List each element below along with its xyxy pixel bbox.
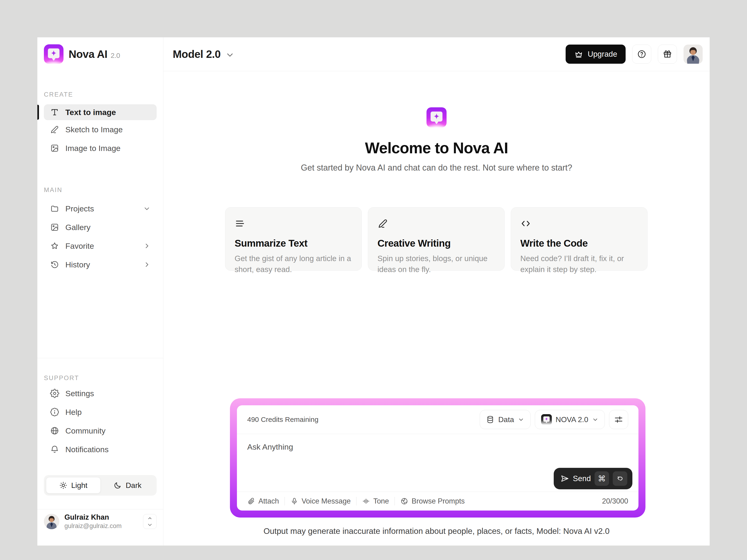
code-icon	[520, 218, 531, 229]
pencil-icon	[50, 125, 59, 134]
voice-message-button[interactable]: Voice Message	[290, 497, 351, 505]
mic-icon	[290, 497, 298, 505]
nova-ai-logo-icon	[44, 44, 63, 64]
prompt-input-area[interactable]: Ask Anything Send ⌘	[237, 434, 639, 492]
sidebar-item-help[interactable]: Help	[44, 403, 157, 421]
command-key-badge: ⌘	[595, 471, 609, 486]
model-selector[interactable]: Model 2.0	[173, 48, 235, 60]
sidebar-item-label: Notifications	[66, 445, 108, 454]
chevron-down-icon	[592, 416, 598, 423]
card-description: Spin up stories, blogs, or unique ideas …	[378, 253, 495, 275]
theme-light-button[interactable]: Light	[46, 477, 101, 494]
prompt-composer: 490 Credits Remaining Data NOVA 2.0	[230, 398, 645, 517]
sidebar-item-settings[interactable]: Settings	[44, 384, 157, 403]
gift-button[interactable]	[658, 45, 677, 64]
sidebar-item-image-to-image[interactable]: Image to Image	[44, 139, 157, 158]
avatar[interactable]	[684, 45, 703, 64]
app-name: Nova AI	[69, 48, 107, 60]
user-meta: Gulraiz Khan gulraiz@gulraiz.com	[65, 513, 122, 530]
sidebar-item-sketch-to-image[interactable]: Sketch to Image	[44, 120, 157, 139]
lines-icon	[235, 218, 246, 229]
info-badge-icon	[50, 407, 59, 417]
upgrade-button[interactable]: Upgrade	[566, 45, 626, 64]
image-icon	[50, 222, 59, 232]
waveform-icon	[362, 497, 370, 505]
desktop-background: Nova AI 2.0 CREATE Text to image Sketch …	[0, 0, 747, 560]
welcome-subtitle: Get started by Nova AI and chat can do t…	[301, 163, 572, 173]
sliders-icon	[614, 415, 623, 424]
data-selector[interactable]: Data	[480, 410, 531, 429]
return-key-badge	[613, 471, 627, 486]
paperclip-icon	[247, 497, 255, 505]
sidebar-item-label: History	[66, 260, 90, 269]
model-version-selector[interactable]: NOVA 2.0	[535, 410, 605, 429]
user-name: Gulraiz Khan	[65, 513, 122, 522]
folder-icon	[50, 204, 59, 213]
section-label-main: MAIN	[44, 186, 157, 194]
pencil-icon	[378, 218, 388, 229]
sidebar-support-nav: SUPPORT Settings Help Community Notifica…	[37, 358, 163, 459]
sidebar-item-label: Settings	[66, 389, 94, 398]
sidebar-nav: CREATE Text to image Sketch to Image Ima…	[37, 64, 163, 274]
user-profile[interactable]: Gulraiz Khan gulraiz@gulraiz.com	[37, 509, 163, 530]
main-area: Model 2.0 Upgrade	[163, 37, 710, 545]
card-description: Need code? I’ll draft it, fix it, or exp…	[520, 253, 638, 275]
output-disclaimer: Output may generate inaccurate informati…	[163, 526, 710, 536]
image-icon	[50, 143, 59, 153]
help-button[interactable]	[632, 45, 651, 64]
user-account-switcher[interactable]	[143, 514, 157, 529]
chevron-right-icon[interactable]	[143, 242, 151, 250]
sidebar-item-label: Sketch to Image	[66, 125, 123, 134]
action-label: Attach	[258, 497, 279, 505]
card-title: Creative Writing	[378, 238, 495, 249]
attach-button[interactable]: Attach	[247, 497, 279, 505]
history-icon	[50, 260, 59, 269]
sidebar-item-text-to-image[interactable]: Text to image	[44, 104, 157, 120]
bell-icon	[50, 445, 59, 454]
app-title: Nova AI 2.0	[69, 48, 120, 60]
card-creative-writing[interactable]: Creative Writing Spin up stories, blogs,…	[368, 207, 505, 271]
tone-button[interactable]: Tone	[362, 497, 389, 505]
upgrade-label: Upgrade	[588, 50, 617, 59]
section-label-support: SUPPORT	[44, 374, 157, 382]
theme-light-label: Light	[71, 481, 87, 490]
sidebar: Nova AI 2.0 CREATE Text to image Sketch …	[37, 37, 163, 545]
browse-prompts-button[interactable]: Browse Prompts	[400, 497, 465, 505]
sidebar-item-label: Favorite	[66, 241, 94, 250]
type-icon	[50, 108, 59, 117]
return-arrow-icon	[616, 475, 624, 482]
database-icon	[486, 415, 494, 424]
theme-dark-button[interactable]: Dark	[101, 477, 155, 494]
chevron-up-icon	[147, 515, 153, 521]
gift-icon	[663, 49, 672, 59]
welcome-block: Welcome to Nova AI Get started by Nova A…	[163, 107, 710, 173]
send-icon	[560, 474, 569, 483]
globe-icon	[50, 426, 59, 435]
sidebar-item-projects[interactable]: Projects	[44, 199, 157, 218]
sidebar-item-gallery[interactable]: Gallery	[44, 218, 157, 237]
sidebar-item-community[interactable]: Community	[44, 421, 157, 440]
avatar	[44, 514, 59, 529]
model-selector-label: Model 2.0	[173, 48, 221, 60]
card-write-the-code[interactable]: Write the Code Need code? I’ll draft it,…	[511, 207, 648, 271]
moon-icon	[113, 481, 122, 489]
chevron-right-icon[interactable]	[143, 261, 151, 268]
sidebar-item-label: Help	[66, 408, 82, 417]
sun-icon	[59, 481, 68, 489]
card-description: Get the gist of any long article in a sh…	[235, 253, 352, 275]
sidebar-item-label: Projects	[66, 204, 94, 213]
theme-toggle: Light Dark	[44, 475, 157, 496]
send-button[interactable]: Send ⌘	[554, 468, 633, 489]
sidebar-item-history[interactable]: History	[44, 255, 157, 274]
sidebar-item-favorite[interactable]: Favorite	[44, 237, 157, 255]
sidebar-item-notifications[interactable]: Notifications	[44, 440, 157, 459]
chevron-down-icon[interactable]	[143, 205, 151, 212]
composer-settings-button[interactable]	[609, 410, 628, 429]
action-label: Tone	[373, 497, 389, 505]
credits-remaining: 490 Credits Remaining	[247, 416, 318, 424]
model-version-label: NOVA 2.0	[556, 415, 588, 424]
card-summarize-text[interactable]: Summarize Text Get the gist of any long …	[225, 207, 362, 271]
sidebar-item-label: Gallery	[66, 223, 91, 232]
data-selector-label: Data	[498, 415, 514, 424]
topbar-actions: Upgrade	[566, 45, 703, 64]
